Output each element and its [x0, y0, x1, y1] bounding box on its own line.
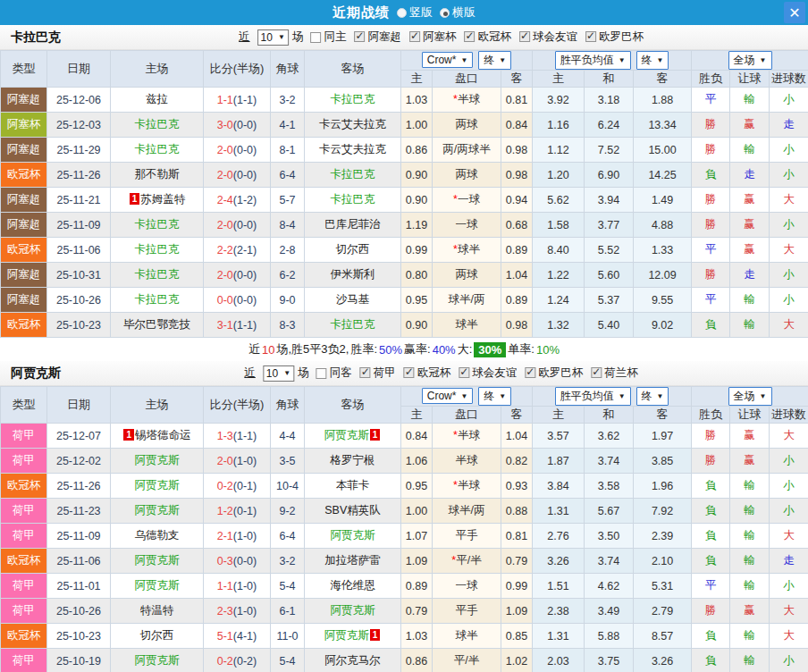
layout-horizontal-radio[interactable]: [440, 8, 450, 18]
subcol-header: 胜负: [692, 71, 730, 88]
team-label: 切尔西: [140, 629, 174, 642]
league-checkbox[interactable]: [360, 367, 371, 378]
away-team: 卡拉巴克: [305, 163, 401, 188]
match-row: 欧冠杯25-10-23毕尔巴鄂竞技3-1(1-1)8-3卡拉巴克0.90球半0.…: [1, 313, 808, 338]
same-away-checkbox[interactable]: [316, 368, 327, 379]
league-checkbox[interactable]: [459, 367, 469, 378]
team-label: 卡拉巴克: [331, 93, 375, 105]
handicap-cell: 一球: [433, 574, 501, 599]
odds-period-select[interactable]: 终: [478, 387, 511, 406]
home-odds: 1.09: [401, 549, 433, 574]
avg-draw-odds: 3.58: [585, 474, 634, 499]
team-label: 卡云艾夫拉克: [319, 118, 386, 130]
avg-period-select[interactable]: 终: [636, 387, 669, 406]
league-checkbox[interactable]: [519, 31, 530, 42]
result-handicap: 走: [730, 163, 770, 188]
match-count-select[interactable]: 10: [257, 29, 289, 46]
team2-name: 阿贾克斯: [11, 365, 61, 382]
corner-count: 8-3: [271, 313, 305, 338]
home-team: 卡拉巴克: [111, 138, 204, 163]
league-checkbox[interactable]: [591, 367, 602, 378]
home-odds: 1.06: [401, 449, 433, 474]
league-checkbox[interactable]: [354, 31, 365, 42]
same-home-checkbox[interactable]: [310, 32, 321, 43]
result-goals: 大: [770, 624, 808, 649]
halftime-score: (0-0): [233, 555, 257, 567]
odds-company-select[interactable]: Crow*: [422, 52, 474, 68]
avg-odds-select[interactable]: 胜平负均值: [555, 387, 631, 406]
avg-draw-odds: 5.52: [585, 238, 634, 263]
avg-period-select[interactable]: 终: [636, 51, 669, 70]
odds-company-select[interactable]: Crow*: [422, 388, 474, 404]
away-team: 本菲卡: [305, 474, 401, 499]
result-goals: 走: [770, 113, 808, 138]
handicap-label: 半球: [458, 479, 480, 491]
away-team: 阿贾克斯1: [305, 424, 401, 449]
odds-group-header: Crow*终: [401, 387, 533, 407]
match-row: 阿塞超25-10-26卡拉巴克0-0(0-0)9-0沙马基0.95球半/两0.8…: [1, 288, 808, 313]
match-row: 阿塞超25-11-09卡拉巴克2-0(0-0)8-4巴库尼菲治1.19一球0.6…: [1, 213, 808, 238]
team-label: 卡拉巴克: [331, 168, 375, 181]
match-row: 荷甲25-11-09乌德勒支2-1(1-0)6-4阿贾克斯1.07平手0.812…: [1, 524, 808, 549]
league-checkbox[interactable]: [404, 367, 415, 378]
handicap-cell: *半球: [433, 474, 501, 499]
subcol-header: 主: [533, 71, 585, 88]
avg-draw-odds: 3.50: [585, 524, 634, 549]
summary-part: 40%: [433, 343, 456, 357]
avg-home-odds: 1.16: [533, 113, 585, 138]
league-checkbox[interactable]: [409, 31, 420, 42]
team-label: 卡拉巴克: [135, 243, 180, 256]
result-handicap: 輸: [730, 138, 770, 163]
league-checkbox[interactable]: [464, 31, 475, 42]
avg-home-odds: 1.87: [533, 449, 585, 474]
home-team: 阿贾克斯: [111, 549, 204, 574]
scope-select[interactable]: 全场: [728, 51, 772, 70]
rank-badge: 1: [123, 429, 134, 441]
league-checkbox[interactable]: [525, 367, 535, 378]
avg-home-odds: 1.20: [533, 163, 585, 188]
col-date: 日期: [47, 387, 111, 424]
avg-odds-select[interactable]: 胜平负均值: [555, 51, 631, 70]
subcol-header: 客: [501, 407, 533, 424]
result-goals: 小: [770, 213, 808, 238]
handicap-cell: 球半/两: [433, 499, 501, 524]
subcol-header: 和: [585, 407, 634, 424]
avg-draw-odds: 5.88: [585, 624, 634, 649]
score-cell: 2-1(1-0): [204, 524, 271, 549]
match-count-select[interactable]: 10: [263, 365, 294, 382]
match-date: 25-12-02: [47, 449, 111, 474]
match-type: 荷甲: [1, 649, 47, 672]
league-checkbox[interactable]: [585, 31, 596, 42]
avg-draw-odds: 5.37: [585, 288, 634, 313]
away-odds: 0.94: [501, 188, 533, 213]
result-handicap: 輸: [730, 624, 770, 649]
score-cell: 0-2(0-1): [204, 474, 271, 499]
col-away: 客场: [305, 51, 401, 88]
handicap-label: 半球: [458, 429, 480, 441]
match-date: 25-11-26: [47, 163, 111, 188]
halftime-score: (1-0): [233, 455, 257, 467]
halftime-score: (0-0): [233, 269, 257, 281]
layout-vertical-radio[interactable]: [397, 8, 407, 18]
result-winloss: 勝: [692, 213, 730, 238]
away-team: 卡云艾夫拉克: [305, 138, 401, 163]
avg-home-odds: 1.32: [533, 313, 585, 338]
rank-badge: 1: [370, 629, 381, 641]
home-odds: 0.84: [401, 424, 433, 449]
avg-group-header: 胜平负均值终: [533, 387, 692, 407]
away-odds: 0.79: [501, 549, 533, 574]
team2-filter-bar: 阿贾克斯 近 10 场 同客 荷甲欧冠杯球会友谊欧罗巴杯荷兰杯: [0, 361, 808, 386]
scope-select[interactable]: 全场: [728, 387, 772, 406]
result-goals: 小: [770, 649, 808, 672]
handicap-cell: 两球: [433, 163, 501, 188]
unit-label: 场: [292, 29, 304, 45]
match-row: 荷甲25-10-19阿贾克斯0-2(0-2)5-4阿尔克马尔0.86平/半1.0…: [1, 649, 808, 672]
odds-period-select[interactable]: 终: [478, 51, 511, 70]
team-label: 毕尔巴鄂竞技: [123, 318, 190, 331]
match-date: 25-12-06: [47, 88, 111, 113]
handicap-cell: 球半: [433, 624, 501, 649]
match-type: 阿塞超: [1, 188, 47, 213]
close-icon[interactable]: [784, 2, 805, 23]
team-label: 卡拉巴克: [135, 143, 180, 155]
col-date: 日期: [47, 51, 111, 88]
